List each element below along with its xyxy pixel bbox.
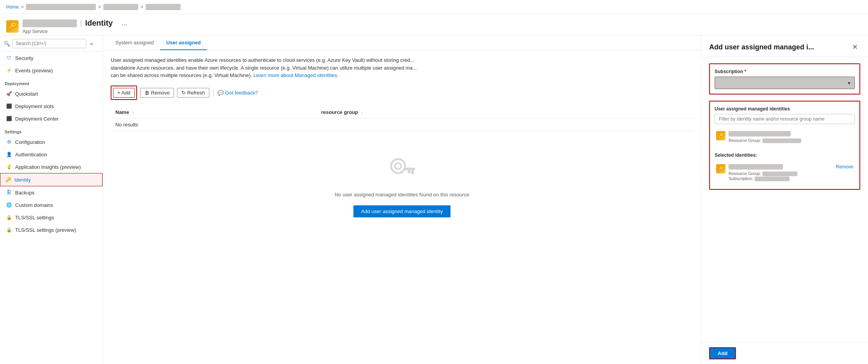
collapse-button[interactable]: « [89, 40, 95, 47]
panel-add-button[interactable]: Add [709, 347, 736, 359]
right-panel: Add user assigned managed i... ✕ Subscri… [701, 36, 868, 364]
description: User assigned managed identities enable … [111, 56, 421, 79]
sidebar-item-application-insights[interactable]: 💡 Application Insights (preview) [0, 161, 103, 173]
subscription-label: Subscription * [715, 69, 855, 74]
identities-section: User assigned managed identities 🔑 Resou… [709, 101, 860, 190]
add-identity-button[interactable]: Add user assigned managed identity [353, 205, 451, 217]
subscription-section: Subscription * ▾ [709, 63, 860, 94]
sidebar-item-label: Configuration [15, 139, 45, 145]
sidebar-item-label: Events (preview) [15, 68, 53, 74]
bolt-icon: ⚡ [6, 67, 12, 74]
selected-detail-rg: Resource Group: [729, 171, 833, 176]
page-title: Identity [85, 19, 113, 28]
sidebar-item-label: Custom domains [15, 202, 53, 208]
resource-name-pill [23, 19, 77, 27]
identity-item-rg: Resource Group: [729, 138, 853, 143]
remove-identity-link[interactable]: Remove [836, 164, 853, 170]
identity-rg-pill [762, 138, 801, 143]
lock-preview-icon: 🔒 [6, 227, 12, 233]
selected-name-pill [729, 164, 783, 170]
sidebar-section-deployment: Deployment [0, 77, 103, 88]
gear-icon: ⚙ [6, 139, 12, 145]
lock-icon: 🔒 [6, 214, 12, 220]
panel-close-button[interactable]: ✕ [850, 42, 860, 52]
identity-list-item[interactable]: 🔑 Resource Group: [715, 128, 855, 146]
remove-button[interactable]: 🗑 Remove [140, 88, 174, 98]
selected-detail-sub: Subscription: [729, 176, 833, 181]
toolbar-divider [213, 89, 214, 96]
sidebar-item-label: TLS/SSL settings (preview) [15, 227, 76, 233]
sidebar-item-quickstart[interactable]: 🚀 Quickstart [0, 88, 103, 100]
sidebar-item-configuration[interactable]: ⚙ Configuration [0, 136, 103, 148]
sidebar: 🔍 « 🛡 Security ⚡ Events (preview) Deploy… [0, 36, 103, 364]
sidebar-item-authentication[interactable]: 👤 Authentication [0, 148, 103, 161]
sidebar-item-label: Security [15, 55, 33, 61]
search-icon: 🔍 [4, 41, 10, 47]
ellipsis-button[interactable]: ... [119, 18, 129, 28]
breadcrumb-sep2: > [98, 4, 101, 10]
feedback-link[interactable]: 💬 Got feedback? [217, 90, 258, 96]
sidebar-item-label: Quickstart [15, 91, 38, 97]
identities-section-label: User assigned managed identities [715, 106, 855, 112]
trash-icon: 🗑 [144, 90, 150, 96]
breadcrumb-item-3 [146, 4, 181, 10]
refresh-button[interactable]: ↻ Refresh [177, 88, 209, 98]
panel-title: Add user assigned managed i... [709, 43, 814, 51]
person-icon: 👤 [6, 151, 12, 158]
selected-detail-rg-pill [762, 172, 797, 176]
panel-header: Add user assigned managed i... ✕ [701, 36, 868, 57]
learn-more-link[interactable]: Learn more about Managed identities. [254, 72, 339, 78]
lightbulb-icon: 💡 [6, 164, 12, 170]
sidebar-item-label: Deployment Center [15, 116, 59, 122]
svg-rect-3 [408, 170, 411, 173]
required-star: * [744, 69, 746, 74]
add-button-container: + Add [111, 86, 137, 100]
rocket-icon: 🚀 [6, 91, 12, 97]
empty-state-icon [386, 154, 417, 186]
breadcrumb: Home > > > [0, 0, 868, 14]
add-button[interactable]: + Add [113, 88, 135, 98]
panel-body: Subscription * ▾ User assigned managed i… [701, 57, 868, 342]
header-divider: | [80, 19, 82, 28]
sidebar-item-tls-ssl-preview[interactable]: 🔒 TLS/SSL settings (preview) [0, 224, 103, 236]
sidebar-item-label: Deployment slots [15, 103, 54, 109]
sidebar-item-backups[interactable]: 🗄 Backups [0, 186, 103, 199]
identity-item-icon: 🔑 [716, 131, 725, 140]
chevron-down-icon: ▾ [848, 80, 851, 86]
identity-item-info: Resource Group: [729, 131, 853, 143]
slots-icon: ⬛ [6, 103, 12, 109]
sidebar-item-deployment-slots[interactable]: ⬛ Deployment slots [0, 100, 103, 112]
empty-state-text: No user assigned managed identities foun… [335, 192, 469, 198]
tabs-bar: System assigned User assigned [103, 36, 701, 50]
tab-user-assigned[interactable]: User assigned [160, 36, 207, 50]
shield-icon: 🛡 [6, 55, 12, 61]
sidebar-item-security[interactable]: 🛡 Security [0, 52, 103, 64]
sidebar-search-area: 🔍 « [0, 36, 103, 52]
sidebar-item-label: Backups [15, 190, 35, 196]
selected-icon: 🔑 [716, 164, 725, 173]
col-resource-group[interactable]: resource group ↑ [317, 106, 693, 119]
sidebar-item-custom-domains[interactable]: 🌐 Custom domains [0, 199, 103, 211]
feedback-icon: 💬 [217, 90, 224, 96]
svg-rect-1 [404, 168, 415, 170]
identity-filter-input[interactable] [715, 114, 855, 124]
search-input[interactable] [12, 39, 86, 48]
tab-system-assigned[interactable]: System assigned [109, 36, 160, 50]
identity-item-name [729, 131, 791, 136]
sidebar-item-tls-ssl[interactable]: 🔒 TLS/SSL settings [0, 211, 103, 224]
sidebar-item-deployment-center[interactable]: ⬛ Deployment Center [0, 112, 103, 125]
svg-rect-2 [411, 170, 414, 174]
breadcrumb-item-2 [103, 4, 138, 10]
identity-icon: 🔑 [5, 177, 11, 183]
sidebar-item-identity[interactable]: 🔑 Identity [0, 173, 103, 186]
sidebar-scroll: 🛡 Security ⚡ Events (preview) Deployment… [0, 52, 103, 364]
breadcrumb-sep3: > [141, 4, 143, 10]
domain-icon: 🌐 [6, 202, 12, 208]
breadcrumb-home[interactable]: Home [6, 4, 19, 10]
col-name[interactable]: Name ↕ [111, 106, 317, 119]
center-icon: ⬛ [6, 116, 12, 122]
sidebar-section-settings: Settings [0, 125, 103, 136]
subscription-dropdown[interactable]: ▾ [715, 77, 855, 89]
selected-info: Resource Group: Subscription: [729, 164, 833, 181]
sidebar-item-events[interactable]: ⚡ Events (preview) [0, 64, 103, 77]
